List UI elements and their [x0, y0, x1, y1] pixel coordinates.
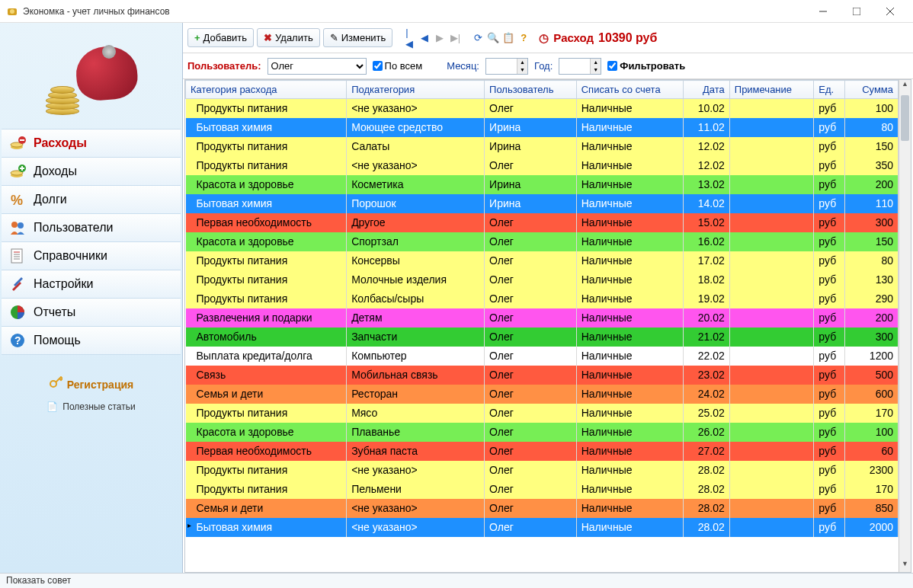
scroll-down-icon[interactable]: ▼ — [899, 560, 911, 572]
book-icon — [9, 248, 26, 264]
cell: Наличные — [576, 442, 684, 461]
filter-bar: Пользователь: Олег По всем Месяц: ▲▼ Год… — [183, 53, 913, 79]
table-row[interactable]: Первая необходимостьДругоеОлегНаличные15… — [186, 213, 899, 232]
table-row[interactable]: Продукты питанияКонсервыОлегНаличные17.0… — [186, 251, 899, 270]
nav-last-icon[interactable]: ▶| — [449, 32, 461, 44]
table-row[interactable]: Продукты питанияМолочные изделияОлегНали… — [186, 270, 899, 289]
table-row[interactable]: Красота и здоровьеКосметикаИринаНаличные… — [186, 175, 899, 194]
column-header[interactable]: Списать со счета — [576, 81, 684, 99]
sidebar-item-0[interactable]: Расходы — [2, 129, 181, 158]
column-header[interactable]: Пользователь — [485, 81, 577, 99]
table-row[interactable]: Выплата кредита/долгаКомпьютерОлегНаличн… — [186, 347, 899, 366]
user-select[interactable]: Олег — [267, 58, 367, 75]
close-button[interactable] — [873, 1, 907, 22]
table-row[interactable]: Продукты питания<не указано>ОлегНаличные… — [186, 99, 899, 118]
cell: Олег — [485, 499, 577, 518]
sidebar-item-2[interactable]: %Долги — [2, 185, 181, 214]
cell: Наличные — [576, 232, 684, 251]
table-row[interactable]: Продукты питанияПельмениОлегНаличные28.0… — [186, 480, 899, 499]
articles-link[interactable]: 📄 Полезные статьи — [0, 401, 182, 412]
nav-next-icon[interactable]: ▶ — [434, 32, 446, 44]
cell: руб — [814, 347, 844, 366]
cell: 21.02 — [684, 328, 729, 347]
cell — [729, 270, 814, 289]
cell — [729, 137, 814, 156]
vertical-scrollbar[interactable]: ▲ ▼ — [899, 80, 911, 572]
sidebar-item-4[interactable]: Справочники — [2, 241, 181, 270]
table-row[interactable]: Продукты питания<не указано>ОлегНаличные… — [186, 156, 899, 175]
cell: 170 — [844, 480, 898, 499]
cell: Наличные — [576, 156, 684, 175]
cell: Наличные — [576, 480, 684, 499]
cell: Наличные — [576, 308, 684, 328]
cell: руб — [814, 328, 844, 347]
cell: Олег — [485, 270, 577, 289]
add-button[interactable]: +Добавить — [187, 28, 254, 47]
cell: руб — [814, 499, 844, 518]
sidebar-item-1[interactable]: Доходы — [2, 157, 181, 186]
year-spinner[interactable]: ▲▼ — [559, 58, 601, 75]
sidebar-item-7[interactable]: ?Помощь — [2, 326, 181, 355]
sidebar-item-3[interactable]: Пользователи — [2, 213, 181, 242]
column-header[interactable]: Ед. — [814, 81, 844, 99]
sidebar-item-5[interactable]: Настройки — [2, 270, 181, 299]
table-row[interactable]: АвтомобильЗапчастиОлегНаличные21.02руб30… — [186, 328, 899, 347]
delete-button[interactable]: ✖Удалить — [257, 28, 320, 47]
column-header[interactable]: Подкатегория — [347, 81, 485, 99]
cell: Молочные изделия — [347, 270, 485, 289]
nav-prev-icon[interactable]: ◀ — [418, 32, 431, 44]
export-icon[interactable]: 📋 — [502, 32, 514, 44]
cell: Семья и дети — [186, 385, 347, 404]
all-users-checkbox[interactable]: По всем — [373, 60, 423, 72]
cell: 100 — [844, 99, 898, 118]
filter-checkbox[interactable]: Фильтровать — [607, 60, 685, 72]
search-icon[interactable]: 🔍 — [487, 32, 499, 44]
edit-button[interactable]: ✎Изменить — [323, 28, 393, 47]
maximize-button[interactable] — [840, 1, 873, 22]
table-row[interactable]: Продукты питания<не указано>ОлегНаличные… — [186, 461, 899, 480]
scroll-up-icon[interactable]: ▲ — [899, 80, 911, 92]
cell — [729, 213, 814, 232]
column-header[interactable]: Категория расхода — [186, 81, 347, 99]
registration-link[interactable]: Регистрация — [0, 376, 182, 392]
cell: Наличные — [576, 404, 684, 423]
table-row[interactable]: Развлечения и подаркиДетямОлегНаличные20… — [186, 308, 899, 328]
column-header[interactable]: Примечание — [729, 81, 814, 99]
sidebar-item-label: Справочники — [34, 249, 107, 263]
table-row[interactable]: Бытовая химия<не указано>ОлегНаличные28.… — [186, 518, 899, 537]
cell: руб — [814, 308, 844, 328]
table-row[interactable]: Красота и здоровьеСпортзалОлегНаличные16… — [186, 232, 899, 251]
nav-first-icon[interactable]: |◀ — [403, 32, 415, 44]
table-row[interactable]: Продукты питанияКолбасы/сырыОлегНаличные… — [186, 289, 899, 308]
scroll-thumb[interactable] — [901, 95, 909, 141]
help-icon[interactable]: ? — [517, 32, 530, 44]
cell: 150 — [844, 232, 898, 251]
table-row[interactable]: СвязьМобильная связьОлегНаличные23.02руб… — [186, 366, 899, 385]
sidebar-item-6[interactable]: Отчеты — [2, 298, 181, 327]
cell: Олег — [485, 156, 577, 175]
cell — [729, 366, 814, 385]
status-bar[interactable]: Показать совет — [0, 573, 913, 588]
column-header[interactable]: Дата — [684, 81, 729, 99]
refresh-icon[interactable]: ⟳ — [472, 32, 484, 44]
table-row[interactable]: Семья и дети<не указано>ОлегНаличные28.0… — [186, 499, 899, 518]
table-row[interactable]: Продукты питанияСалатыИринаНаличные12.02… — [186, 137, 899, 156]
table-row[interactable]: Первая необходимостьЗубная пастаОлегНали… — [186, 442, 899, 461]
table-row[interactable]: Бытовая химияМоющее средствоИринаНаличны… — [186, 118, 899, 137]
cell: Консервы — [347, 251, 485, 270]
key-icon — [49, 376, 62, 392]
minimize-button[interactable] — [806, 1, 840, 22]
table-row[interactable]: Бытовая химияПорошокИринаНаличные14.02ру… — [186, 194, 899, 213]
column-header[interactable]: Сумма — [844, 81, 898, 99]
cell: 80 — [844, 251, 898, 270]
month-spinner[interactable]: ▲▼ — [485, 58, 528, 75]
table-row[interactable]: Красота и здоровьеПлаваньеОлегНаличные26… — [186, 423, 899, 442]
cell: Наличные — [576, 518, 684, 537]
cell: Красота и здоровье — [186, 423, 347, 442]
cell: руб — [814, 213, 844, 232]
cell — [729, 156, 814, 175]
table-row[interactable]: Продукты питанияМясоОлегНаличные25.02руб… — [186, 404, 899, 423]
cell: 10.02 — [684, 99, 729, 118]
table-row[interactable]: Семья и детиРесторанОлегНаличные24.02руб… — [186, 385, 899, 404]
cell: Другое — [347, 213, 485, 232]
